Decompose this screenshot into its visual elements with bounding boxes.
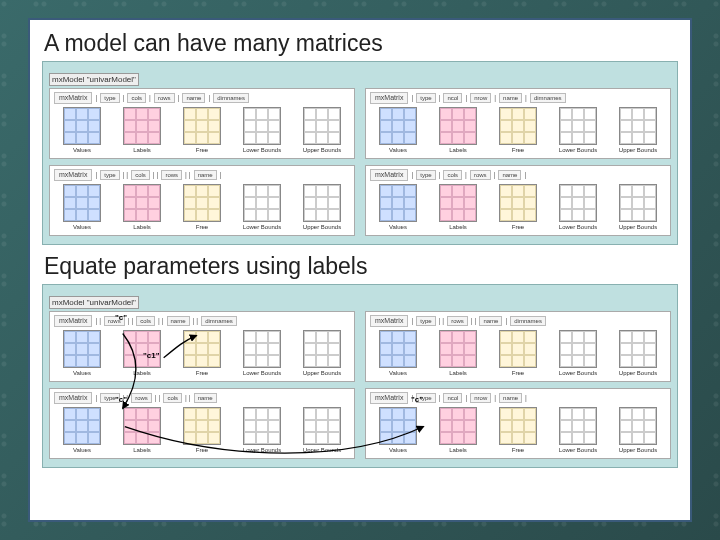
cell-values: Values [370,107,426,153]
panel-header: mxMatrix | type | | rows | | name | dimn… [370,315,666,327]
cell-free: Free [174,107,230,153]
cell-free: Free [174,330,230,376]
cell-values: Values [370,407,426,453]
cell-labels: Labels [430,184,486,230]
hdr-name: name [479,316,502,327]
cell-free: Free [490,407,546,453]
hdr-dim: dimnames [510,316,546,327]
hdr-name: name [499,393,522,404]
cell-lbound: Lower Bounds [234,107,290,153]
hdr-dim: dimnames [213,93,249,104]
hdr-cols: cols [443,170,462,181]
hdr-type: type [416,93,435,104]
hdr-rows: rows [470,170,491,181]
hdr-ncol: ncol [443,393,462,404]
cell-labels: Labels [430,407,486,453]
matrix-row: Values Labels Free Lower Bounds Upper Bo… [370,184,666,230]
hdr-dim: dimnames [201,316,237,327]
cell-labels: Labels [430,107,486,153]
diagram2-left-stack: mxMatrix | | rows | | cols | | name | | … [49,311,355,459]
hdr-type: type [416,316,435,327]
matrix-row: Values Labels Free Lower Bounds Upper Bo… [54,407,350,453]
heading-1: A model can have many matrices [44,30,678,57]
matrix-panel: mxMatrix | type | cols | rows | name | V… [365,165,671,236]
hdr-name: name [498,170,521,181]
model-header-label: mxModel "univarModel" [49,296,139,309]
hdr-type: type [100,93,119,104]
cell-values: Values [370,330,426,376]
hdr-name: name [194,393,217,404]
mxmatrix-label: mxMatrix [54,169,92,181]
mxmatrix-label: mxMatrix [54,92,92,104]
diagram2-right-stack: mxMatrix | type | | rows | | name | dimn… [365,311,671,459]
matrix-row: Values Labels Free Lower Bounds Upper Bo… [54,330,350,376]
hdr-rows: rows [161,170,182,181]
cell-free: Free [490,184,546,230]
cell-values: Values [54,107,110,153]
hdr-cols: cols [136,316,155,327]
cell-values: Values [54,184,110,230]
cell-lbound: Lower Bounds [234,184,290,230]
hdr-cols: cols [131,170,150,181]
model-header-label: mxModel "univarModel" [49,73,139,86]
diagram2-row: mxMatrix | | rows | | cols | | name | | … [49,311,671,459]
cell-lbound: Lower Bounds [550,184,606,230]
matrix-row: Values Labels Free Lower Bounds Upper Bo… [370,330,666,376]
cell-lbound: Lower Bounds [550,330,606,376]
mxmatrix-label: mxMatrix [370,392,408,404]
cell-labels: Labels [114,330,170,376]
panel-header: mxMatrix | type | cols | rows | name | [370,169,666,181]
heading-2: Equate parameters using labels [44,253,678,280]
hdr-type: type [416,170,435,181]
matrix-panel: mxMatrix | | rows | | cols | | name | | … [49,311,355,382]
hdr-ncol: ncol [443,93,462,104]
cell-ubound: Upper Bounds [294,107,350,153]
cell-ubound: Upper Bounds [294,407,350,453]
cell-free: Free [174,184,230,230]
hdr-nrow: nrow [470,93,491,104]
hdr-nrow: nrow [470,393,491,404]
cell-lbound: Lower Bounds [234,330,290,376]
mxmatrix-label: mxMatrix [370,169,408,181]
panel-header: mxMatrix | type | | cols | | rows | | na… [54,169,350,181]
cell-ubound: Upper Bounds [294,184,350,230]
cell-free: Free [490,107,546,153]
diagram1-row: mxMatrix | type | cols | rows | name | d… [49,88,671,236]
matrix-row: Values Labels Free Lower Bounds Upper Bo… [54,184,350,230]
cell-lbound: Lower Bounds [234,407,290,453]
cell-values: Values [370,184,426,230]
hdr-dim: dimnames [530,93,566,104]
diagram-many-matrices: mxModel "univarModel" mxMatrix | type | … [42,61,678,245]
annotation-c1: "c1" [143,351,159,360]
cell-labels: Labels [114,184,170,230]
cell-ubound: Upper Bounds [610,184,666,230]
matrix-panel: mxMatrix | type | | cols | | rows | | na… [49,165,355,236]
diagram1-right-stack: mxMatrix | type | ncol | nrow | name | d… [365,88,671,236]
matrix-panel: mxMatrix | type | ncol | nrow | name | d… [365,88,671,159]
cell-lbound: Lower Bounds [550,407,606,453]
hdr-name: name [194,170,217,181]
cell-ubound: Upper Bounds [610,107,666,153]
annotation-c-top: "c" [115,313,127,322]
cell-labels: Labels [430,330,486,376]
cell-values: Values [54,407,110,453]
hdr-name: name [182,93,205,104]
panel-header: mxMatrix | type | ncol | nrow | name | d… [370,92,666,104]
annotation-c-bottom-right: "c" [411,395,423,404]
hdr-type: type [100,170,119,181]
hdr-cols: cols [127,93,146,104]
cell-ubound: Upper Bounds [610,407,666,453]
cell-lbound: Lower Bounds [550,107,606,153]
cell-values: Values [54,330,110,376]
cell-ubound: Upper Bounds [610,330,666,376]
cell-labels: Labels [114,407,170,453]
mxmatrix-label: mxMatrix [54,315,92,327]
hdr-rows: rows [154,93,175,104]
matrix-panel: mxMatrix | type | | rows | | cols | | na… [49,388,355,459]
matrix-panel: mxMatrix | type | cols | rows | name | d… [49,88,355,159]
hdr-name: name [167,316,190,327]
hdr-rows: rows [447,316,468,327]
cell-labels: Labels [114,107,170,153]
matrix-row: Values Labels Free Lower Bounds Upper Bo… [54,107,350,153]
hdr-rows: rows [131,393,152,404]
